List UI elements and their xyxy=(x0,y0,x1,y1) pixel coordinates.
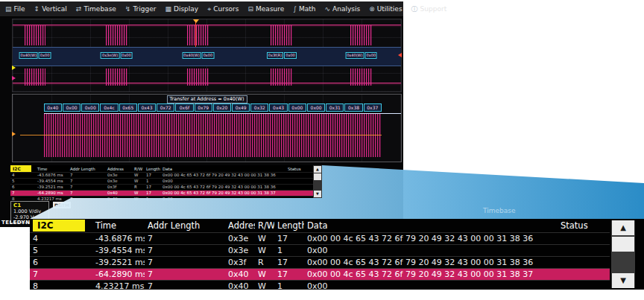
i2c-burst: 0x3f(R)0x00 xyxy=(271,19,292,92)
screenshot-stage: ▤File ↕Vertical ⇄Timebase ↯Trigger ▦Disp… xyxy=(0,0,644,300)
col-status: Status xyxy=(286,167,313,171)
col-rw: R/W xyxy=(133,167,145,171)
dgtm-badge: DGTM xyxy=(53,202,71,208)
waveform-burst-bottom xyxy=(271,68,292,86)
menu-bar: ▤File ↕Vertical ⇄Timebase ↯Trigger ▦Disp… xyxy=(0,1,403,17)
decode-byte: 0x43 xyxy=(269,103,287,112)
vertical-icon: ↕ xyxy=(34,5,40,13)
table-row[interactable]: 6-39.2521 ms70x3fR170x00 00 4c 65 43 72 … xyxy=(10,184,322,190)
decode-byte: 0x00 xyxy=(63,103,80,112)
channel-name: C1 xyxy=(13,202,46,208)
table-row[interactable]: 5-39.4554 ms70x3eW10x00 xyxy=(30,244,610,256)
col-addr-length: Addr Length xyxy=(145,220,225,231)
col-address: Address xyxy=(225,220,255,231)
table-row-selected[interactable]: 7-64.2890 ms70x40W170x00 00 4c 65 43 72 … xyxy=(30,268,610,280)
menu-math[interactable]: ∫Math xyxy=(293,5,315,13)
waveform-burst-bottom xyxy=(25,68,46,86)
decode-frame-label: 0x3e(W) xyxy=(101,52,119,59)
i2c-protocol-tab[interactable]: I2C xyxy=(10,165,31,172)
menu-utilities[interactable]: ⊗Utilities xyxy=(369,5,402,13)
scroll-thumb[interactable] xyxy=(612,237,634,252)
i2c-burst: 0x40(W)0x00 xyxy=(350,19,372,92)
decode-byte: 0x31 xyxy=(326,103,344,112)
decode-byte: 0x65 xyxy=(119,103,137,112)
menu-vertical[interactable]: ↕Vertical xyxy=(34,5,67,13)
menu-label: Trigger xyxy=(133,5,156,13)
table-row[interactable]: 4-43.6876 ms70x3eW170x00 00 4c 65 43 72 … xyxy=(30,232,610,244)
scroll-down-icon[interactable]: ▼ xyxy=(612,273,634,288)
decode-byte: 0x72 xyxy=(157,103,174,112)
waveform-burst-top xyxy=(106,25,127,45)
trigger-position-marker[interactable] xyxy=(193,19,199,23)
mini-scrollbar[interactable]: ▲ ▼ xyxy=(313,165,322,198)
menu-label: Display xyxy=(174,5,198,13)
col-time: Time xyxy=(36,167,69,171)
table-row[interactable]: 84.23217 ms70x40W10x00 xyxy=(30,280,610,292)
waveform-grid-main[interactable]: 0x40(W)0x00 0x3e(W)0x00 0x40(W)0x00 0x3f… xyxy=(12,19,402,92)
decode-byte: 0x4c xyxy=(100,103,118,112)
scroll-down-icon[interactable]: ▼ xyxy=(314,191,321,197)
i2c-protocol-tab-large[interactable]: I2C xyxy=(33,220,85,232)
zoom-offset-marker[interactable] xyxy=(12,132,16,136)
waveform-burst-bottom xyxy=(187,68,209,86)
table-row[interactable]: 5-39.4554 ms70x3eW10x00 xyxy=(10,178,322,184)
decode-byte: 0x20 xyxy=(213,103,231,112)
table-row[interactable]: 4-43.6876 ms70x3eW170x00 00 4c 65 43 72 … xyxy=(10,172,322,178)
col-status: Status xyxy=(558,220,610,231)
decode-byte: 0x00 xyxy=(307,103,325,112)
decode-byte: 0x6f xyxy=(175,103,193,112)
math-icon: ∫ xyxy=(293,5,297,13)
utilities-icon: ⊗ xyxy=(369,5,375,13)
scroll-up-icon[interactable]: ▲ xyxy=(314,166,321,173)
menu-label: Cursors xyxy=(213,5,239,13)
menu-display[interactable]: ▦Display xyxy=(165,5,198,13)
col-data: Data xyxy=(304,220,558,231)
scroll-thumb[interactable] xyxy=(314,173,321,180)
table-header: Time Addr Length Address R/W Length Data… xyxy=(30,219,610,232)
decode-table-mini: I2C Time Addr Length Address R/W Length … xyxy=(10,165,322,198)
menu-timebase[interactable]: ⇄Timebase xyxy=(76,5,116,13)
decode-byte: 0x00 xyxy=(288,103,306,112)
menu-cursors[interactable]: ⌖Cursors xyxy=(207,5,239,13)
menu-measure[interactable]: ⊟Measure xyxy=(248,5,285,13)
ghost-timebase-label: Timebase xyxy=(482,207,516,214)
channel2-offset-marker[interactable] xyxy=(12,76,16,80)
decode-frame-label: 0x00 xyxy=(39,52,51,59)
col-addr-length: Addr Length xyxy=(69,167,106,171)
table-scrollbar[interactable]: ▲ ▼ xyxy=(611,220,635,288)
trigger-level-marker[interactable] xyxy=(398,53,402,57)
teledyne-logo: TELEDYN xyxy=(1,220,31,226)
channel1-offset-marker[interactable] xyxy=(12,66,16,70)
menu-file[interactable]: ▤File xyxy=(5,5,25,13)
decode-byte: 0x38 xyxy=(344,103,362,112)
col-time: Time xyxy=(92,220,145,231)
col-length: Length xyxy=(274,220,304,231)
menu-trigger[interactable]: ↯Trigger xyxy=(125,5,157,13)
menu-analysis[interactable]: ∿Analysis xyxy=(325,5,361,13)
menu-support[interactable]: ⓘSupport xyxy=(411,4,447,14)
col-rw: R/W xyxy=(255,220,274,231)
col-length: Length xyxy=(145,167,161,171)
measure-icon: ⊟ xyxy=(248,5,254,13)
decode-byte: 0x79 xyxy=(195,103,212,112)
analysis-icon: ∿ xyxy=(325,5,331,13)
display-icon: ▦ xyxy=(165,5,171,13)
timebase-icon: ⇄ xyxy=(76,5,82,13)
file-icon: ▤ xyxy=(5,5,12,13)
decode-byte: 0x49 xyxy=(232,103,250,112)
cursors-icon: ⌖ xyxy=(207,5,211,13)
decode-frame-label: 0x00 xyxy=(365,52,378,59)
transfer-annotation: Transfer at Address = 0x40(W) xyxy=(166,95,247,103)
trigger-icon: ↯ xyxy=(125,5,131,13)
decode-frame-label: 0x00 xyxy=(202,52,215,59)
bus-idle-line xyxy=(382,113,401,114)
decode-frame-label: 0x00 xyxy=(120,52,133,59)
decode-frame-label: 0x00 xyxy=(284,52,297,59)
decode-frame-label: 0x40(W) xyxy=(19,52,38,59)
waveform-grid-zoom[interactable]: Transfer at Address = 0x40(W) 0x40 0x00 … xyxy=(12,94,402,162)
table-row[interactable]: 6-39.2521 ms70x3fR170x00 00 4c 65 43 72 … xyxy=(30,256,610,268)
decode-byte: 0x32 xyxy=(250,103,268,112)
trigger-position-line[interactable] xyxy=(195,19,196,47)
table-row-selected[interactable]: 7-64.2890 ms70x40W170x00 00 4c 65 43 72 … xyxy=(10,190,322,196)
scroll-up-icon[interactable]: ▲ xyxy=(612,220,634,235)
